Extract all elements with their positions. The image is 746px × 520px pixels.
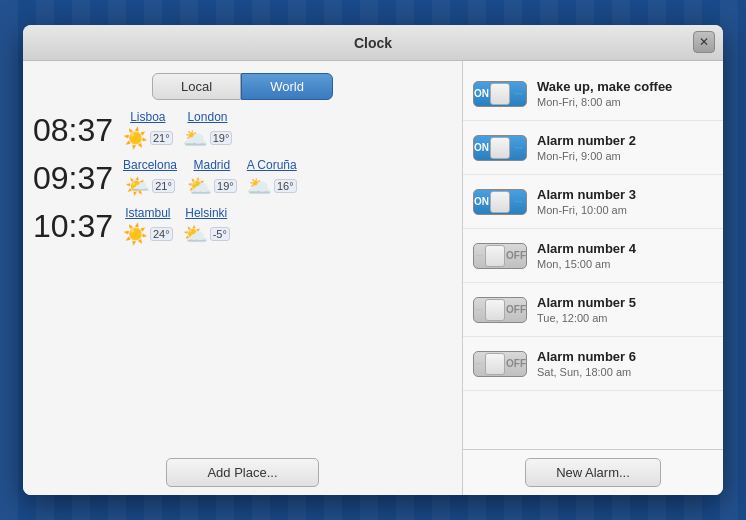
tab-world[interactable]: World <box>241 73 333 100</box>
city-weather-helsinki: ⛅ -5° <box>183 222 230 246</box>
city-temp-helsinki: -5° <box>210 227 230 241</box>
clock-row-1: 09:37 Barcelona 🌤️ 21° Madrid <box>33 158 452 198</box>
weather-icon-london: 🌥️ <box>183 126 208 150</box>
toggle-off-label-6: OFF <box>506 358 526 369</box>
toggle-off-label-2: ··· <box>511 143 526 153</box>
city-weather-acoruna: 🌥️ 16° <box>247 174 297 198</box>
city-temp-istambul: 24° <box>150 227 173 241</box>
alarm-toggle-5[interactable]: ··· OFF <box>473 297 527 323</box>
toggle-off-label-5: OFF <box>506 304 526 315</box>
toggle-handle-5 <box>485 299 505 321</box>
city-weather-barcelona: 🌤️ 21° <box>125 174 175 198</box>
weather-icon-helsinki: ⛅ <box>183 222 208 246</box>
tab-bar: Local World <box>23 61 462 110</box>
alarm-name-3: Alarm number 3 <box>537 187 713 202</box>
alarm-info-1: Wake up, make coffee Mon-Fri, 8:00 am <box>537 79 713 108</box>
weather-icon-istambul: ☀️ <box>123 222 148 246</box>
title-bar: Clock ✕ <box>23 25 723 61</box>
toggle-on-label-5: ··· <box>474 305 484 315</box>
city-lisboa: Lisboa ☀️ 21° <box>123 110 173 150</box>
toggle-handle-3 <box>490 191 510 213</box>
city-weather-istambul: ☀️ 24° <box>123 222 173 246</box>
content-area: Local World 08:37 Lisboa ☀️ 21° <box>23 61 723 495</box>
city-name-london[interactable]: London <box>187 110 227 124</box>
toggle-handle-6 <box>485 353 505 375</box>
tab-local[interactable]: Local <box>152 73 241 100</box>
toggle-handle-2 <box>490 137 510 159</box>
city-name-helsinki[interactable]: Helsinki <box>185 206 227 220</box>
city-temp-london: 19° <box>210 131 233 145</box>
alarm-item-6: ··· OFF Alarm number 6 Sat, Sun, 18:00 a… <box>463 337 723 391</box>
cities-row-2: Istambul ☀️ 24° Helsinki ⛅ -5° <box>123 206 230 246</box>
clock-time-0: 08:37 <box>33 112 113 149</box>
toggle-off-label-1: ··· <box>511 89 526 99</box>
alarm-name-6: Alarm number 6 <box>537 349 713 364</box>
alarm-toggle-6[interactable]: ··· OFF <box>473 351 527 377</box>
city-name-lisboa[interactable]: Lisboa <box>130 110 165 124</box>
right-panel: ON ··· Wake up, make coffee Mon-Fri, 8:0… <box>463 61 723 495</box>
alarm-name-1: Wake up, make coffee <box>537 79 713 94</box>
toggle-handle-1 <box>490 83 510 105</box>
add-place-button[interactable]: Add Place... <box>166 458 318 487</box>
city-weather-london: 🌥️ 19° <box>183 126 233 150</box>
new-alarm-button[interactable]: New Alarm... <box>525 458 661 487</box>
alarm-info-5: Alarm number 5 Tue, 12:00 am <box>537 295 713 324</box>
alarm-info-4: Alarm number 4 Mon, 15:00 am <box>537 241 713 270</box>
city-name-barcelona[interactable]: Barcelona <box>123 158 177 172</box>
window-title: Clock <box>354 35 392 51</box>
weather-icon-madrid: ⛅ <box>187 174 212 198</box>
city-madrid: Madrid ⛅ 19° <box>187 158 237 198</box>
alarm-info-3: Alarm number 3 Mon-Fri, 10:00 am <box>537 187 713 216</box>
weather-icon-acoruna: 🌥️ <box>247 174 272 198</box>
city-barcelona: Barcelona 🌤️ 21° <box>123 158 177 198</box>
city-temp-acoruna: 16° <box>274 179 297 193</box>
alarm-toggle-4[interactable]: ··· OFF <box>473 243 527 269</box>
cities-row-0: Lisboa ☀️ 21° London 🌥️ 19° <box>123 110 232 150</box>
city-acoruna: A Coruña 🌥️ 16° <box>247 158 297 198</box>
main-window: Clock ✕ Local World 08:37 Lisboa ☀️ <box>23 25 723 495</box>
city-name-madrid[interactable]: Madrid <box>194 158 231 172</box>
alarm-item-2: ON ··· Alarm number 2 Mon-Fri, 9:00 am <box>463 121 723 175</box>
alarm-schedule-4: Mon, 15:00 am <box>537 258 713 270</box>
alarm-item-5: ··· OFF Alarm number 5 Tue, 12:00 am <box>463 283 723 337</box>
city-temp-madrid: 19° <box>214 179 237 193</box>
toggle-off-label-4: OFF <box>506 250 526 261</box>
toggle-on-label-6: ··· <box>474 359 484 369</box>
clock-row-2: 10:37 Istambul ☀️ 24° Helsinki <box>33 206 452 246</box>
weather-icon-lisboa: ☀️ <box>123 126 148 150</box>
city-istambul: Istambul ☀️ 24° <box>123 206 173 246</box>
alarm-info-6: Alarm number 6 Sat, Sun, 18:00 am <box>537 349 713 378</box>
toggle-on-label-4: ··· <box>474 251 484 261</box>
alarm-schedule-1: Mon-Fri, 8:00 am <box>537 96 713 108</box>
alarm-schedule-5: Tue, 12:00 am <box>537 312 713 324</box>
alarm-toggle-3[interactable]: ON ··· <box>473 189 527 215</box>
toggle-on-label-3: ON <box>474 196 489 207</box>
alarm-item-1: ON ··· Wake up, make coffee Mon-Fri, 8:0… <box>463 67 723 121</box>
city-helsinki: Helsinki ⛅ -5° <box>183 206 230 246</box>
city-name-istambul[interactable]: Istambul <box>125 206 170 220</box>
weather-icon-barcelona: 🌤️ <box>125 174 150 198</box>
toggle-off-label-3: ··· <box>511 197 526 207</box>
clocks-area: 08:37 Lisboa ☀️ 21° London 🌥 <box>23 110 462 450</box>
alarm-name-4: Alarm number 4 <box>537 241 713 256</box>
alarm-item-3: ON ··· Alarm number 3 Mon-Fri, 10:00 am <box>463 175 723 229</box>
alarm-item-4: ··· OFF Alarm number 4 Mon, 15:00 am <box>463 229 723 283</box>
clock-row-0: 08:37 Lisboa ☀️ 21° London 🌥 <box>33 110 452 150</box>
city-temp-barcelona: 21° <box>152 179 175 193</box>
city-temp-lisboa: 21° <box>150 131 173 145</box>
toggle-on-label-1: ON <box>474 88 489 99</box>
alarm-schedule-6: Sat, Sun, 18:00 am <box>537 366 713 378</box>
alarm-name-2: Alarm number 2 <box>537 133 713 148</box>
city-weather-lisboa: ☀️ 21° <box>123 126 173 150</box>
city-name-acoruna[interactable]: A Coruña <box>247 158 297 172</box>
close-button[interactable]: ✕ <box>693 31 715 53</box>
clock-time-1: 09:37 <box>33 160 113 197</box>
alarm-schedule-2: Mon-Fri, 9:00 am <box>537 150 713 162</box>
alarm-toggle-1[interactable]: ON ··· <box>473 81 527 107</box>
cities-row-1: Barcelona 🌤️ 21° Madrid ⛅ 19° <box>123 158 297 198</box>
clock-time-2: 10:37 <box>33 208 113 245</box>
left-panel: Local World 08:37 Lisboa ☀️ 21° <box>23 61 463 495</box>
alarm-toggle-2[interactable]: ON ··· <box>473 135 527 161</box>
add-place-row: Add Place... <box>23 450 462 495</box>
alarm-schedule-3: Mon-Fri, 10:00 am <box>537 204 713 216</box>
